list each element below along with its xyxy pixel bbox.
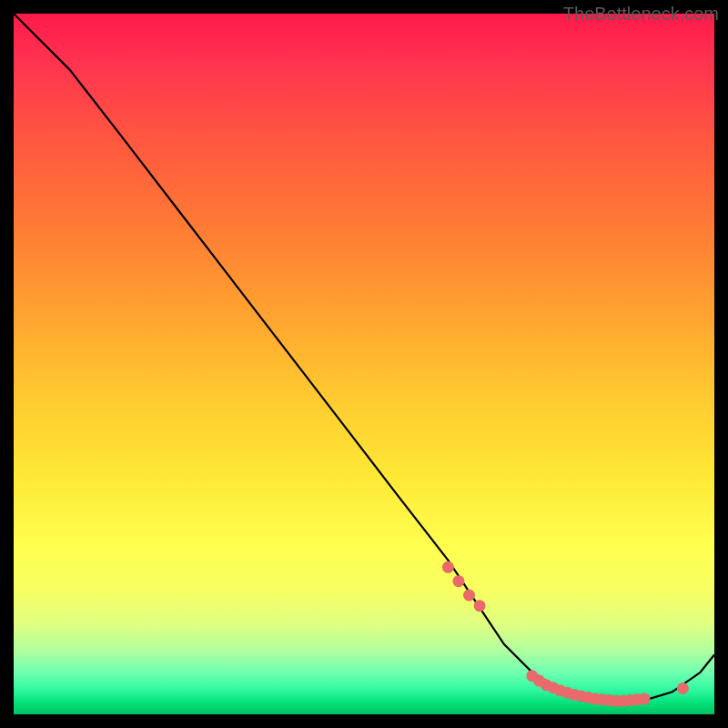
data-point [442, 561, 454, 573]
data-points [442, 561, 689, 707]
data-point [463, 590, 475, 602]
chart-plot-area [14, 14, 714, 714]
data-point [474, 600, 486, 612]
chart-svg [14, 14, 714, 714]
data-point [452, 575, 464, 587]
data-point [677, 682, 689, 694]
bottleneck-curve [14, 14, 714, 702]
data-point [639, 693, 651, 705]
watermark-text: TheBottleneck.com [563, 4, 719, 25]
